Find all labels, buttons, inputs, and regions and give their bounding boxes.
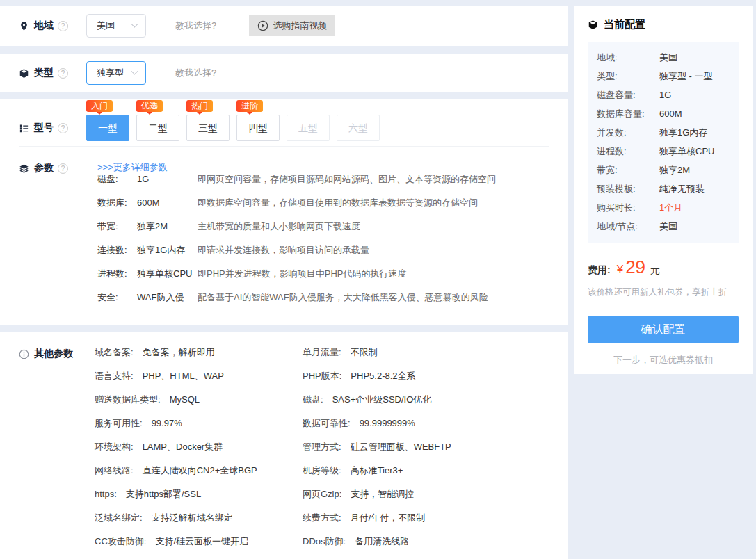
config-summary-row: 并发数: 独享1G内存 <box>597 127 739 138</box>
other-param-name: 网络线路: <box>95 465 134 476</box>
other-param-row: CC攻击防御: 支持/硅云面板一键开启 <box>95 536 303 546</box>
config-row-value: 独享2M <box>659 165 690 175</box>
other-param-value: 99.97% <box>152 418 182 428</box>
other-param-name: 网页Gzip: <box>303 489 341 499</box>
config-row-name: 数据库容量: <box>597 108 659 119</box>
region-help-icon[interactable]: ? <box>58 21 68 31</box>
model-option-button[interactable]: 四型 <box>236 115 280 141</box>
model-option-badge: 进阶 <box>236 100 263 112</box>
configurator-main: 地域 ? 美国 教我选择? 选购指南视频 类型 ? 独享型 教我选择? <box>0 0 568 559</box>
chevron-down-icon <box>131 67 138 74</box>
config-row-value: 独享1G内存 <box>659 127 707 138</box>
config-row-value: 纯净无预装 <box>659 184 705 194</box>
param-name: 连接数: <box>97 245 137 255</box>
list-icon <box>19 123 29 133</box>
config-row-value: 600M <box>659 108 682 119</box>
confirm-config-button[interactable]: 确认配置 <box>588 316 739 343</box>
region-section: 地域 ? 美国 教我选择? 选购指南视频 <box>0 6 568 46</box>
region-dropdown-value: 美国 <box>97 19 115 32</box>
type-help-icon[interactable]: ? <box>58 68 68 79</box>
other-param-value: LAMP、Docker集群 <box>143 441 223 452</box>
param-value: 1G <box>137 174 198 184</box>
model-option[interactable]: 优选 二型 <box>136 99 179 141</box>
type-dropdown[interactable]: 独享型 <box>86 61 146 85</box>
params-label: 参数 <box>34 162 54 175</box>
model-option-button[interactable]: 一型 <box>86 115 129 141</box>
config-row-name: 地域/节点: <box>597 221 659 232</box>
other-params-section: 其他参数 域名备案: 免备案，解析即用 语言支持: PHP、HTML、WAP <box>0 332 568 559</box>
type-teach-me-link[interactable]: 教我选择? <box>175 67 216 79</box>
param-value: 独享1G内存 <box>137 245 198 255</box>
type-label-group: 类型 ? <box>19 67 86 79</box>
other-param-name: CC攻击防御: <box>95 536 146 546</box>
other-param-row: 语言支持: PHP、HTML、WAP <box>95 371 303 381</box>
param-description: 配备基于AI的智能WAF防入侵服务，大大降低黑客入侵、恶意篡改的风险 <box>198 292 488 302</box>
config-row-name: 类型: <box>597 71 659 81</box>
more-params-link[interactable]: >>>更多详细参数 <box>97 161 168 174</box>
fee-row: 费用: ¥ 29 元 <box>588 257 739 278</box>
other-param-row: 泛域名绑定: 支持泛解析域名绑定 <box>95 512 303 523</box>
currency-symbol: ¥ <box>617 263 623 277</box>
model-option[interactable]: 入门 一型 <box>86 99 129 141</box>
config-summary-row: 类型: 独享型 - 一型 <box>597 71 739 81</box>
param-row: 带宽: 独享2M 主机带宽的质量和大小影响网页下载速度 <box>97 221 496 232</box>
price-value: 29 <box>625 257 645 278</box>
model-option-button[interactable]: 六型 <box>337 115 380 141</box>
other-param-name: 泛域名绑定: <box>95 512 143 523</box>
param-description: 即请求并发连接数，影响项目访问的承载量 <box>198 245 369 255</box>
config-row-value: 1G <box>659 90 671 100</box>
config-row-value: 独享单核CPU <box>659 146 714 156</box>
other-param-name: 语言支持: <box>95 371 134 381</box>
model-option-button[interactable]: 二型 <box>136 115 179 141</box>
other-param-row: 网页Gzip: 支持，智能调控 <box>303 489 451 499</box>
other-param-name: 服务可用性: <box>95 418 143 428</box>
other-param-name: 磁盘: <box>303 394 323 405</box>
config-row-value: 美国 <box>659 221 677 232</box>
current-config-title-group: 当前配置 <box>588 18 739 31</box>
model-option[interactable]: 五型 <box>287 99 330 141</box>
model-option-badge: 优选 <box>136 100 163 112</box>
param-value: 独享2M <box>137 221 198 232</box>
other-param-row: DDos防御: 备用清洗线路 <box>303 536 451 546</box>
model-help-icon[interactable]: ? <box>58 123 68 133</box>
other-param-value: 直连大陆双向CN2+全球BGP <box>143 465 257 476</box>
price-unit: 元 <box>650 264 660 277</box>
param-name: 磁盘: <box>97 174 137 184</box>
other-param-value: 备用清洗线路 <box>355 536 409 546</box>
params-help-icon[interactable]: ? <box>58 163 68 174</box>
param-description: 即PHP并发进程数，影响项目中PHP代码的执行速度 <box>198 268 406 279</box>
model-option-button[interactable]: 三型 <box>186 115 230 141</box>
model-options: 入门 一型 优选 二型 热门 三型 进阶 四型 <box>86 99 387 141</box>
other-param-row: 网络线路: 直连大陆双向CN2+全球BGP <box>95 465 303 476</box>
model-option[interactable]: 六型 <box>337 99 380 141</box>
other-param-name: DDos防御: <box>303 536 346 546</box>
param-row: 安全: WAF防入侵 配备基于AI的智能WAF防入侵服务，大大降低黑客入侵、恶意… <box>97 292 496 302</box>
model-option-button[interactable]: 五型 <box>287 115 330 141</box>
other-param-value: 支持/硅云面板一键开启 <box>155 536 248 546</box>
other-param-row: 赠送数据库类型: MySQL <box>95 394 303 405</box>
model-option[interactable]: 进阶 四型 <box>236 99 280 141</box>
other-param-name: 数据可靠性: <box>303 418 351 428</box>
price-note: 该价格还可用新人礼包券，享折上折 <box>588 286 739 298</box>
model-option[interactable]: 热门 三型 <box>186 99 230 141</box>
purchase-guide-video-button[interactable]: 选购指南视频 <box>249 15 335 36</box>
other-param-name: 续费方式: <box>303 512 341 523</box>
param-name: 带宽: <box>97 221 137 232</box>
config-row-name: 预装模板: <box>597 184 659 194</box>
other-param-row: 数据可靠性: 99.9999999% <box>303 418 451 428</box>
other-param-row: 管理方式: 硅云管理面板、WEBFTP <box>303 441 451 452</box>
other-params-label-group: 其他参数 <box>19 348 95 360</box>
param-row: 数据库: 600M 即数据库空间容量，存储项目使用到的数据库表数据等资源的存储空… <box>97 197 496 208</box>
param-value: 600M <box>137 197 198 208</box>
chevron-down-icon <box>131 20 138 27</box>
location-pin-icon <box>19 21 29 31</box>
model-option-badge: 入门 <box>86 100 113 112</box>
param-name: 数据库: <box>97 197 137 208</box>
config-row-name: 地域: <box>597 52 659 63</box>
other-param-value: MySQL <box>170 394 200 405</box>
region-teach-me-link[interactable]: 教我选择? <box>175 19 216 32</box>
region-dropdown[interactable]: 美国 <box>86 14 146 38</box>
other-param-row: https: 支持https部署/SSL <box>95 489 303 499</box>
config-row-name: 并发数: <box>597 127 659 138</box>
other-param-name: PHP版本: <box>303 371 341 381</box>
